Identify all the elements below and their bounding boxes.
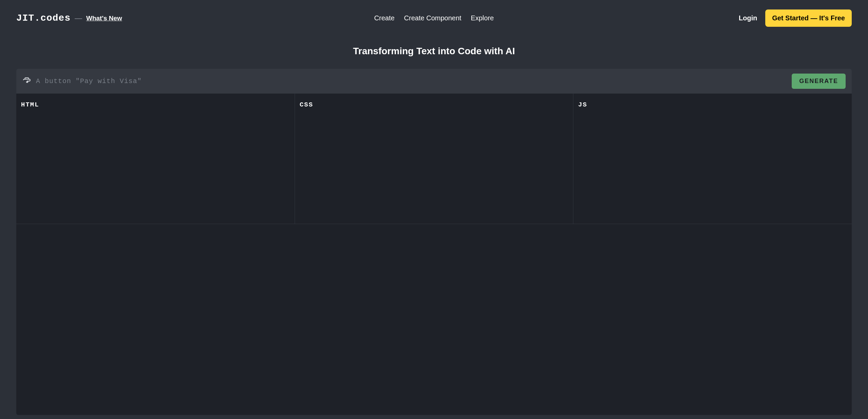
nav-center: Create Create Component Explore — [374, 14, 494, 22]
login-link[interactable]: Login — [739, 14, 757, 22]
panel-js[interactable]: JS — [573, 94, 852, 224]
dash-separator: — — [75, 14, 82, 23]
panel-css-label: CSS — [300, 101, 569, 108]
header-left: JIT.codes — What's New — [16, 13, 122, 23]
nav-create-component[interactable]: Create Component — [404, 14, 461, 22]
panel-js-label: JS — [578, 101, 847, 108]
main-container: GENERATE HTML CSS JS — [16, 69, 852, 415]
logo[interactable]: JIT.codes — [16, 13, 71, 23]
preview-area — [16, 224, 852, 415]
get-started-button[interactable]: Get Started — It's Free — [765, 9, 852, 27]
panel-html-label: HTML — [21, 101, 290, 108]
header-right: Login Get Started — It's Free — [739, 9, 852, 27]
nav-explore[interactable]: Explore — [471, 14, 494, 22]
header: JIT.codes — What's New Create Create Com… — [0, 0, 868, 36]
brush-icon — [22, 76, 31, 86]
panel-css[interactable]: CSS — [295, 94, 574, 224]
panel-html[interactable]: HTML — [16, 94, 295, 224]
whats-new-link[interactable]: What's New — [86, 15, 122, 22]
code-panels: HTML CSS JS — [16, 94, 852, 224]
input-bar: GENERATE — [16, 69, 852, 94]
generate-button[interactable]: GENERATE — [792, 74, 846, 89]
prompt-input[interactable] — [36, 77, 787, 85]
hero-title: Transforming Text into Code with AI — [0, 46, 868, 57]
nav-create[interactable]: Create — [374, 14, 395, 22]
